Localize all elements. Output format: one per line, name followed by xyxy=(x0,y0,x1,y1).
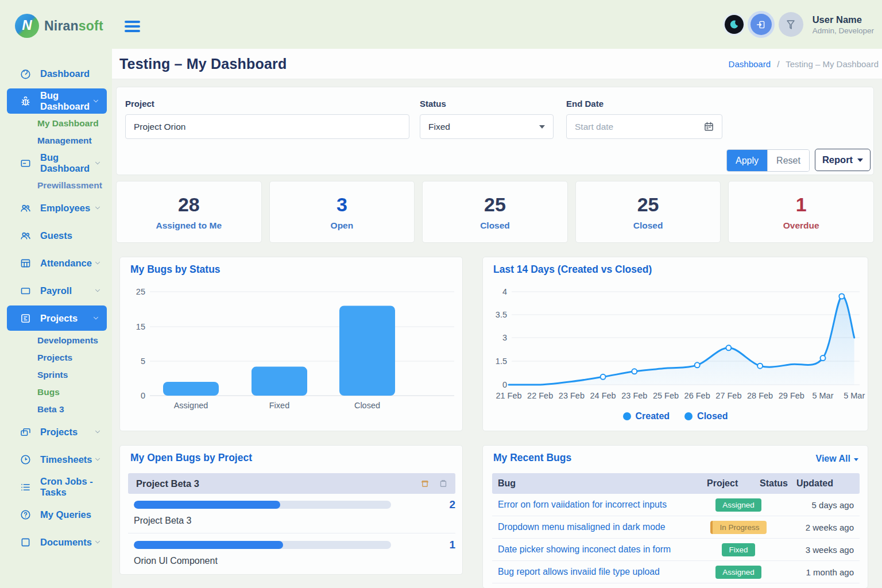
table-row[interactable]: Bug report allows invaiid file type uplo… xyxy=(492,561,860,583)
svg-text:25 Feb: 25 Feb xyxy=(653,391,679,400)
sidebar-item-management[interactable]: Management xyxy=(0,132,112,149)
svg-text:0: 0 xyxy=(502,380,507,389)
chevron-down-icon xyxy=(94,428,102,436)
moon-icon xyxy=(729,19,740,30)
chevron-down-icon xyxy=(94,287,102,295)
svg-text:3: 3 xyxy=(502,333,507,342)
chevron-down-icon xyxy=(92,314,100,322)
svg-text:21 Feb: 21 Feb xyxy=(496,391,521,400)
sidebar-item-dashboard[interactable]: Dashboard xyxy=(0,60,112,87)
table-row[interactable]: Date picker showing inconect dates in fo… xyxy=(492,539,860,561)
sidebar-item-label: Beta 3 xyxy=(37,404,64,415)
status-badge: In Progress xyxy=(710,521,766,534)
login-button[interactable] xyxy=(751,14,772,35)
svg-text:Closed: Closed xyxy=(354,401,380,410)
open-bugs-group-header: Project Beta 3 xyxy=(128,473,455,494)
updated-time: 1 month ago xyxy=(806,567,854,577)
view-all-link[interactable]: View All xyxy=(816,454,858,464)
last-14-days-chart-card: Last 14 Days (Created vs Closed) 01.533.… xyxy=(482,257,868,431)
sidebar-item-label: Guests xyxy=(40,230,72,241)
sidebar-item-payroll[interactable]: Payroll xyxy=(0,277,112,304)
report-button-label: Report xyxy=(822,154,853,165)
end-date-filter-label: End Date xyxy=(566,99,604,109)
sidebar-item-projects[interactable]: Projects xyxy=(0,418,112,446)
apply-button[interactable]: Apply xyxy=(727,150,767,171)
status-badge: Assigned xyxy=(715,498,761,512)
sidebar-item-label: Payroll xyxy=(40,285,72,296)
table-row[interactable]: Error on forn vaiidation for incorrect i… xyxy=(492,494,860,516)
sidebar-item-employees[interactable]: Employees xyxy=(0,194,112,222)
svg-text:5: 5 xyxy=(141,357,145,366)
bug-link[interactable]: Date picker showing inconect dates in fo… xyxy=(498,544,707,555)
menu-toggle-icon[interactable] xyxy=(125,21,140,34)
sidebar-item-label: Dashboard xyxy=(40,68,90,79)
table-icon xyxy=(20,257,32,269)
svg-text:15: 15 xyxy=(136,322,145,331)
filter-panel: Project Status End Date Fixed Start date… xyxy=(116,87,874,175)
bug-link[interactable]: Dropdown menu misaligned in dark mode xyxy=(498,522,707,532)
status-badge: Fixed xyxy=(722,543,755,556)
chevron-down-icon xyxy=(94,538,102,546)
stat-value: 25 xyxy=(484,194,506,216)
table-row[interactable]: Dropdown menu misaligned in dark modeIn … xyxy=(492,516,860,539)
sidebar-item-timesheets[interactable]: Timesheets xyxy=(0,446,112,473)
archive-icon[interactable] xyxy=(420,478,430,489)
sidebar-item-attendance[interactable]: Attendance xyxy=(0,249,112,277)
sidebar-item-label: My Queries xyxy=(40,509,91,520)
open-bug-count: 2 xyxy=(449,498,455,511)
updated-time: 3 weeks ago xyxy=(806,545,854,555)
sidebar-item-guests[interactable]: Guests xyxy=(0,222,112,249)
sidebar-item-label: Prewillassment xyxy=(37,180,102,191)
bug-link[interactable]: Bug report allows invaiid file type uplo… xyxy=(498,567,707,577)
status-select[interactable]: Fixed xyxy=(420,114,554,139)
chevron-down-icon xyxy=(94,159,102,167)
sidebar-item-bugs[interactable]: Bugs xyxy=(0,384,112,401)
progress-bar-track xyxy=(134,541,391,549)
breadcrumb-current: Testing – My Dashboard xyxy=(786,59,879,69)
open-bug-row-project-beta-3[interactable]: 2Project Beta 3 xyxy=(134,501,455,526)
stat-value: 1 xyxy=(796,194,807,216)
brand-logo[interactable]: N Niransoft xyxy=(0,0,112,38)
reset-button[interactable]: Reset xyxy=(767,150,809,171)
stat-card-assigned-to-me: 28Assigned to Me xyxy=(116,181,262,243)
sidebar-item-developments[interactable]: Developments xyxy=(0,332,112,349)
bug-link[interactable]: Error on forn vaiidation for incorrect i… xyxy=(498,500,707,510)
project-filter-label: Project xyxy=(125,99,154,109)
report-dropdown-button[interactable]: Report xyxy=(815,149,871,171)
sidebar-item-label: Developments xyxy=(37,335,98,346)
sidebar-item-beta-3[interactable]: Beta 3 xyxy=(0,401,112,418)
stat-label: Overdue xyxy=(783,220,819,231)
legend-item-created[interactable]: Created xyxy=(623,411,670,421)
legend-label: Closed xyxy=(697,411,728,421)
sidebar-item-sprints[interactable]: Sprints xyxy=(0,366,112,384)
sidebar-item-cron-jobs-tasks[interactable]: Cron Jobs - Tasks xyxy=(0,473,112,501)
end-date-input[interactable]: Start date xyxy=(566,114,722,139)
sidebar-item-bug-dashboard[interactable]: Bug Dashboard xyxy=(0,149,112,177)
svg-text:Fixed: Fixed xyxy=(269,401,289,410)
sidebar-item-prewillassment[interactable]: Prewillassment xyxy=(0,177,112,194)
user-profile[interactable]: User Name Admin, Developer xyxy=(813,14,874,35)
open-bugs-group-title: Project Beta 3 xyxy=(136,478,199,489)
status-filter-label: Status xyxy=(420,99,446,109)
filter-button[interactable] xyxy=(779,12,803,37)
svg-text:22 Feb: 22 Feb xyxy=(527,391,553,400)
sidebar-item-projects[interactable]: Projects xyxy=(7,305,107,331)
svg-text:4: 4 xyxy=(502,287,507,296)
legend-item-closed[interactable]: Closed xyxy=(684,411,728,421)
column-header-project: Project xyxy=(707,478,760,489)
svg-text:Assigned: Assigned xyxy=(174,401,208,410)
sidebar-item-projects[interactable]: Projects xyxy=(0,349,112,366)
clipboard-icon[interactable] xyxy=(438,478,448,489)
chevron-down-icon xyxy=(94,455,102,463)
sidebar-item-my-dashboard[interactable]: My Dashboard xyxy=(0,115,112,132)
sidebar-item-documents[interactable]: Documents xyxy=(0,528,112,556)
chevron-down-icon xyxy=(94,259,102,267)
sidebar-item-my-queries[interactable]: My Queries xyxy=(0,501,112,528)
project-input[interactable] xyxy=(125,114,409,139)
open-bug-row-orion-ul-component[interactable]: 1Orion Ul Component xyxy=(134,541,455,566)
dark-mode-toggle-button[interactable] xyxy=(725,15,744,34)
sidebar-item-bug-dashboard[interactable]: Bug Dashboard xyxy=(7,88,107,114)
caret-down-icon xyxy=(857,158,863,162)
stat-card-open: 3Open xyxy=(269,181,415,243)
breadcrumb-link-dashboard[interactable]: Dashboard xyxy=(729,59,771,69)
